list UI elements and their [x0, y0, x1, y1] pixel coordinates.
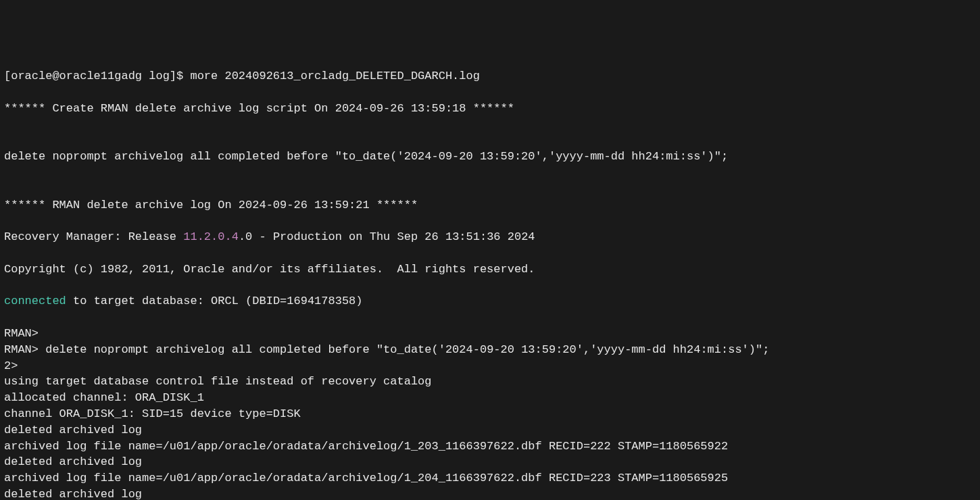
blank-line: [4, 84, 976, 101]
connected-line: connected to target database: ORCL (DBID…: [4, 293, 976, 309]
blank-line: [4, 278, 976, 294]
blank-line: [4, 165, 976, 181]
blank-line: [4, 213, 976, 229]
prompt-line: [oracle@oracle11gadg log]$ more 20240926…: [4, 68, 976, 84]
blank-line: [4, 181, 976, 197]
recovery-mgr-post: .0 - Production on Thu Sep 26 13:51:36 2…: [239, 230, 535, 243]
channel-info-line: channel ORA_DISK_1: SID=15 device type=D…: [4, 406, 976, 422]
header-create-script: ****** Create RMAN delete archive log sc…: [4, 101, 976, 117]
version-number: 11.2.0.4: [183, 230, 239, 243]
connected-word: connected: [4, 295, 66, 307]
header-rman-delete: ****** RMAN delete archive log On 2024-0…: [4, 197, 976, 214]
rman-prompt-2: 2>: [4, 358, 976, 374]
terminal-output: [oracle@oracle11gadg log]$ more 20240926…: [4, 68, 976, 500]
deleted-log-line: deleted archived log: [4, 454, 976, 470]
rman-delete-line: RMAN> delete noprompt archivelog all com…: [4, 342, 976, 358]
rman-prompt-empty: RMAN>: [4, 326, 976, 342]
blank-line: [4, 245, 976, 261]
recovery-manager-line: Recovery Manager: Release 11.2.0.4.0 - P…: [4, 229, 976, 245]
rman-prompt: RMAN>: [4, 343, 45, 356]
using-target-line: using target database control file inste…: [4, 374, 976, 390]
archived-log-line: archived log file name=/u01/app/oracle/o…: [4, 439, 976, 455]
blank-line: [4, 132, 976, 149]
delete-command: delete noprompt archivelog all completed…: [4, 149, 976, 165]
allocated-channel-line: allocated channel: ORA_DISK_1: [4, 390, 976, 406]
deleted-log-line: deleted archived log: [4, 486, 976, 500]
shell-prompt: [oracle@oracle11gadg log]$: [4, 70, 190, 82]
deleted-log-line: deleted archived log: [4, 422, 976, 439]
blank-line: [4, 117, 976, 133]
archived-log-line: archived log file name=/u01/app/oracle/o…: [4, 470, 976, 486]
connected-rest: to target database: ORCL (DBID=169417835…: [66, 295, 363, 307]
command-text: more 2024092613_orcladg_DELETED_DGARCH.l…: [190, 70, 479, 82]
blank-line: [4, 309, 976, 326]
recovery-mgr-pre: Recovery Manager: Release: [4, 230, 183, 243]
rman-delete-cmd: delete noprompt archivelog all completed…: [45, 343, 769, 356]
copyright-line: Copyright (c) 1982, 2011, Oracle and/or …: [4, 261, 976, 278]
